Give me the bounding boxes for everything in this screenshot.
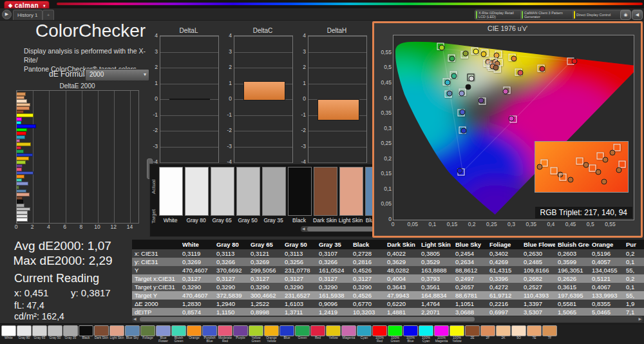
patch-chip-orange-yellow[interactable]: Orange Yellow [264,325,279,343]
patch-chip-gray-65[interactable]: Gray 65 [32,325,47,343]
cie-x-tick: 0,3 [507,221,515,227]
patch-chip-100-green[interactable]: 100% Green [388,325,402,343]
collapse-panel-button[interactable]: ◀ [632,10,643,20]
table-cell: 1,1150 [214,308,248,316]
table-col-header: White [180,240,214,249]
de-formula-dropdown[interactable]: 2000 ▾ [85,69,149,81]
display-control-dropdown[interactable]: Direct Display Control ▾ [573,10,627,20]
table-cell: 0,3256 [282,258,316,266]
cie-measured-point [459,90,464,96]
patch-chip-gray-50[interactable]: Gray 50 [48,325,62,343]
patch-chip-label: Gray 65 [32,336,47,343]
patch-chip-foliage[interactable]: Foliage [140,325,155,343]
delta-y-tick: 2 [149,64,158,70]
patch-chip-2f[interactable]: 2F [480,325,495,343]
delta-gridline [308,52,366,53]
patch-chip-white[interactable]: White [1,325,16,343]
patch-chip-label: 100% Cyan [419,336,433,343]
settings-button[interactable]: ◉ [620,10,631,20]
tab-history-1[interactable]: History 1 [13,10,43,20]
patch-chip-2e[interactable]: 2E [465,325,480,343]
patch-chip-dark-skin[interactable]: Dark Skin [94,325,109,343]
table-cell: 196,3051 [555,266,589,274]
delta-gridline [308,36,366,37]
table-row-label: Target Y [132,291,180,300]
table-cell: 0,3107 [316,249,350,258]
table-cell: 0,6770 [350,300,384,308]
delta-gridline [234,115,292,116]
table-col-header: Black [350,240,384,249]
patch-chip-100-cyan[interactable]: 100% Cyan [419,325,433,343]
cie-x-tick: 0 [392,221,395,227]
swatch-white [159,167,183,216]
cdm2-readout: cd/m²: 162,4 [14,311,64,321]
patch-chip-magenta[interactable]: Magenta [341,325,356,343]
swatch-gray-80 [185,167,209,216]
patch-chip-label: Blue Sky [125,336,140,343]
patch-chip-7f[interactable]: 7F [542,325,557,343]
add-tab-button[interactable]: + [43,10,54,20]
cie-measured-point [460,128,466,134]
cie-measured-point [473,49,479,55]
inset-target-square [560,173,567,180]
current-x-readout: x: 0,451 [14,287,48,298]
table-scrollbar[interactable]: ◀ ▶ [132,316,643,322]
swatch-scroll-thumb[interactable] [307,227,374,231]
table-scroll-right-icon[interactable]: ▶ [638,316,641,322]
patch-chip-yellow[interactable]: Yellow [326,325,341,343]
patch-chip-100-red[interactable]: 100% Red [372,325,387,343]
table-scroll-left-icon[interactable]: ◀ [133,316,137,322]
patch-chip-blue-flower[interactable]: Blue Flower [156,325,171,343]
patch-chip-blue-sky[interactable]: Blue Sky [125,325,140,343]
table-cell: 161,5938 [316,291,350,300]
patch-chip-moderate-red[interactable]: Moderate Red [218,325,232,343]
patch-chip-swatch [357,325,372,336]
swatch-scrollbar[interactable]: ◀ ▶ [301,226,374,232]
table-corner [132,240,180,249]
patch-chip-gray-80[interactable]: Gray 80 [17,325,32,343]
patch-chip-red[interactable]: Red [310,325,325,343]
session-menu-button[interactable]: ▶ [2,10,12,19]
swatch-label: Light Skin [338,217,363,224]
patch-chip-blue[interactable]: Blue [279,325,294,343]
patch-chip-gray-35[interactable]: Gray 35 [63,325,78,343]
table-cell: 0,3290 [316,283,350,291]
table-scroll-thumb[interactable] [140,317,475,321]
patch-chip-label: 100% Red [372,336,387,343]
table-col-header: Gray 80 [214,240,248,249]
patch-chip-light-skin[interactable]: Light Skin [109,325,124,343]
logo-dropdown-icon[interactable]: ▾ [42,3,47,8]
patch-chip-orange[interactable]: Orange [187,325,202,343]
delta-y-tick: 3 [149,48,158,55]
patch-chip-100-blue[interactable]: 100% Blue [403,325,418,343]
patch-chip-purplish-blue[interactable]: Purplish Blue [202,325,217,343]
delta-chart-deltal [160,35,219,163]
patch-chip-100-yellow[interactable]: 100% Yellow [450,325,464,343]
delta-gridline [234,147,292,148]
patch-chip-cyan[interactable]: Cyan [357,325,372,343]
page-title: ColorChecker [35,21,146,41]
patch-chip-100-magenta[interactable]: 100% Magenta [434,325,449,343]
table-cell: 161,0524 [316,266,350,274]
patch-chip-swatch [17,325,32,336]
actual-row-label: Actual [151,180,156,194]
swatch-scroll-left-icon[interactable]: ◀ [302,226,305,232]
display-status-bar [574,11,575,19]
patch-chip-swatch [264,325,279,336]
inset-measured-point [603,157,609,163]
inset-measured-point [537,164,543,170]
patch-chip-7e[interactable]: 7E [527,325,542,343]
patch-chip-black[interactable]: Black [79,325,93,343]
cie-y-tick: 0,15 [375,170,392,177]
delta-gridline [234,68,292,68]
patch-chip-5o[interactable]: 5O [511,325,526,343]
patch-chip-2k[interactable]: 2K [496,325,511,343]
patch-chip-purple[interactable]: Purple [233,325,248,343]
source-dropdown-label: CalMAN Client 3 Pattern Generator [524,11,573,19]
deltae-bars [17,91,138,222]
patch-chip-bluish-green[interactable]: Bluish Green [171,325,186,343]
patch-chip-green[interactable]: Green [295,325,310,343]
patch-chip-yellow-green[interactable]: Yellow Green [249,325,263,343]
source-dropdown[interactable]: CalMAN Client 3 Pattern Generator ▾ [520,10,580,20]
table-cell: 0,3127 [180,274,214,283]
